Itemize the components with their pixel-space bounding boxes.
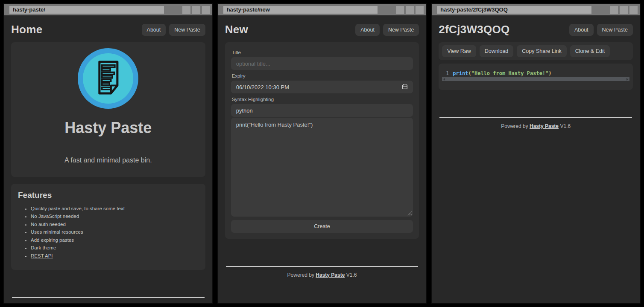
- nav-buttons: About New Paste: [355, 24, 419, 36]
- page-home: Home About New Paste: [4, 15, 212, 303]
- logo-inner-circle: [83, 53, 133, 104]
- window-new: hasty-paste/new New About New Paste Titl…: [217, 3, 427, 304]
- create-button[interactable]: Create: [231, 220, 413, 233]
- scroll-right-arrow-icon[interactable]: [626, 78, 628, 81]
- titlebar-paste[interactable]: hasty-paste/2fCj3W3QOQ: [432, 4, 640, 15]
- version-label: V1.6: [346, 272, 357, 278]
- nav-buttons: About New Paste: [142, 24, 205, 36]
- list-item: Add expiring pastes: [31, 237, 199, 243]
- window-title: hasty-paste/new: [223, 6, 378, 14]
- resize-handle[interactable]: [407, 211, 412, 215]
- window-title: hasty-paste/: [9, 6, 164, 14]
- expiry-input[interactable]: 06/10/2022 10:30 PM: [231, 81, 413, 93]
- paste-content-textarea[interactable]: print("Hello from Hasty Paste!"): [231, 118, 413, 217]
- expiry-label: Expiry: [232, 73, 413, 78]
- new-paste-button[interactable]: New Paste: [383, 24, 419, 36]
- about-button[interactable]: About: [142, 24, 166, 36]
- title-label: Title: [232, 50, 413, 55]
- close-button[interactable]: [416, 6, 424, 14]
- titlebar-home[interactable]: hasty-paste/: [4, 4, 212, 15]
- window-paste: hasty-paste/2fCj3W3QOQ 2fCj3W3QOQ About …: [431, 3, 641, 304]
- calendar-icon[interactable]: [402, 84, 408, 91]
- clone-edit-button[interactable]: Clone & Edit: [570, 45, 610, 57]
- footer-divider: [439, 117, 632, 118]
- window-home: hasty-paste/ Home About New Paste: [3, 3, 213, 304]
- brand-tagline: A fast and minimal paste bin.: [18, 156, 199, 164]
- page-footer: Powered by Hasty Paste V1.6: [225, 266, 419, 278]
- page-title: Home: [11, 23, 42, 36]
- about-button[interactable]: About: [355, 24, 380, 36]
- list-item: Quickly paste and save, to share some te…: [31, 206, 199, 212]
- powered-by: Powered by Hasty Paste V1.6: [225, 272, 419, 278]
- powered-by-prefix: Powered by: [501, 123, 528, 129]
- paste-actions-toolbar: View Raw Download Copy Share Link Clone …: [439, 42, 633, 60]
- powered-by-prefix: Powered by: [287, 272, 314, 278]
- nav-buttons: About New Paste: [569, 24, 633, 36]
- window-title: hasty-paste/2fCj3W3QOQ: [437, 6, 591, 14]
- code-line: 1print("Hello from Hasty Paste!"): [442, 70, 629, 77]
- hasty-paste-logo: [78, 48, 138, 109]
- minimize-button[interactable]: [182, 6, 190, 14]
- list-item: No auth needed: [31, 221, 199, 228]
- copy-share-link-button[interactable]: Copy Share Link: [517, 45, 566, 57]
- page-new: New About New Paste Title Expiry 06/10/2…: [218, 15, 426, 303]
- page-footer: Powered by Hasty Paste V1.6: [439, 117, 633, 129]
- scroll-left-arrow-icon[interactable]: [443, 78, 445, 81]
- maximize-button[interactable]: [620, 6, 628, 14]
- title-input[interactable]: [231, 57, 413, 70]
- view-raw-button[interactable]: View Raw: [442, 45, 476, 57]
- version-label: V1.6: [560, 123, 571, 129]
- features-heading: Features: [18, 191, 199, 200]
- hasty-paste-link[interactable]: Hasty Paste: [530, 123, 559, 129]
- page-header: New About New Paste: [225, 23, 419, 36]
- paste-content-value: print("Hello from Hasty Paste!"): [236, 122, 313, 128]
- features-card: Features Quickly paste and save, to shar…: [11, 184, 205, 270]
- footer-divider: [226, 266, 419, 267]
- list-item: Uses minimal resources: [31, 229, 199, 235]
- line-number: 1: [444, 70, 449, 77]
- close-button[interactable]: [629, 6, 638, 14]
- rest-api-link[interactable]: REST API: [31, 253, 53, 258]
- page-title: 2fCj3W3QOQ: [439, 23, 509, 36]
- powered-by: Powered by Hasty Paste V1.6: [439, 123, 633, 129]
- brand-title: Hasty Paste: [18, 119, 199, 137]
- hasty-paste-link[interactable]: Hasty Paste: [316, 272, 345, 278]
- maximize-button[interactable]: [406, 6, 414, 14]
- list-item: No JavaScript needed: [31, 213, 199, 220]
- new-paste-button[interactable]: New Paste: [597, 24, 633, 36]
- page-paste: 2fCj3W3QOQ About New Paste View Raw Down…: [432, 15, 640, 303]
- list-item: Dark theme: [31, 245, 199, 251]
- code-keyword: print: [453, 70, 468, 76]
- download-button[interactable]: Download: [480, 45, 514, 57]
- page-title: New: [225, 23, 248, 36]
- code-paren: ): [548, 70, 551, 76]
- close-button[interactable]: [202, 6, 210, 14]
- page-header: 2fCj3W3QOQ About New Paste: [439, 23, 633, 36]
- list-item: REST API: [31, 253, 199, 259]
- minimize-button[interactable]: [610, 6, 618, 14]
- page-header: Home About New Paste: [11, 23, 205, 36]
- titlebar-new[interactable]: hasty-paste/new: [218, 4, 426, 15]
- footer-divider: [12, 297, 205, 298]
- minimize-button[interactable]: [396, 6, 404, 14]
- desktop: hasty-paste/ Home About New Paste: [0, 0, 644, 307]
- maximize-button[interactable]: [192, 6, 200, 14]
- new-paste-form: Title Expiry 06/10/2022 10:30 PM Synt: [225, 42, 419, 239]
- syntax-label: Syntax Highlighting: [232, 97, 413, 102]
- page-footer: Powered by Hasty Paste V1.6: [11, 297, 205, 303]
- code-card: 1print("Hello from Hasty Paste!"): [439, 64, 633, 90]
- expiry-value: 06/10/2022 10:30 PM: [236, 84, 289, 90]
- syntax-input[interactable]: python: [231, 104, 413, 117]
- syntax-value: python: [236, 107, 253, 114]
- horizontal-scrollbar[interactable]: [442, 77, 629, 81]
- hero-card: Hasty Paste A fast and minimal paste bin…: [11, 42, 205, 177]
- about-button[interactable]: About: [569, 24, 594, 36]
- document-icon: [90, 60, 126, 97]
- code-paren: (: [468, 70, 471, 76]
- features-list: Quickly paste and save, to share some te…: [31, 206, 199, 259]
- new-paste-button[interactable]: New Paste: [169, 24, 205, 36]
- code-string: "Hello from Hasty Paste!": [471, 70, 549, 76]
